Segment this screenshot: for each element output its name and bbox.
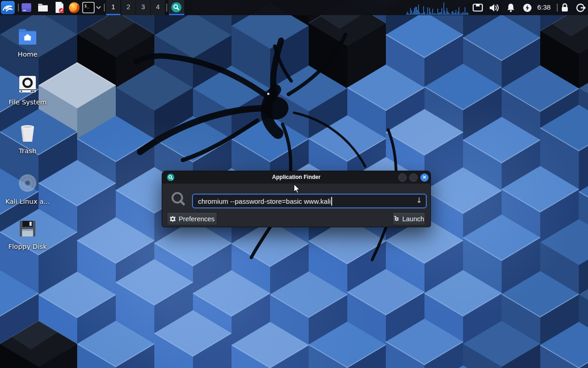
desktop-icon-label: File System [2,98,53,106]
preferences-label: Preferences [179,215,215,223]
desktop-icon-label: Home [2,51,53,58]
chevron-down-icon[interactable] [96,6,102,10]
terminal-icon[interactable]: $_ [82,2,95,13]
application-finder-window: Application Finder ✕ chromium --password… [162,171,431,227]
file-manager-icon[interactable] [37,2,49,13]
notifications-icon[interactable] [506,3,516,13]
panel-separator [166,4,167,12]
appfinder-active-underline [169,14,184,15]
workspace-1[interactable]: 1 [106,0,120,15]
maximize-button[interactable] [409,173,418,182]
desktop-icon-label: Floppy Disk [2,243,53,250]
home-folder-icon [17,28,38,46]
trash-icon [17,123,38,143]
firefox-icon[interactable] [68,2,80,13]
panel-separator [18,4,19,12]
workspace-active-underline [106,14,120,15]
gear-icon [170,216,176,222]
clock[interactable]: 6:38 [533,0,555,15]
window-title: Application Finder [162,174,430,180]
svg-text:$_: $_ [85,4,90,8]
desktop-icon-label: Trash [2,147,53,155]
search-icon [169,0,184,15]
floppy-disk-icon [18,219,37,238]
workspace-3[interactable]: 3 [136,0,150,15]
workspace-2[interactable]: 2 [121,0,136,15]
launch-button[interactable]: Launch [392,212,425,225]
applications-menu-button[interactable] [1,1,15,14]
launch-label: Launch [402,215,424,223]
desktop-icon-filesystem[interactable]: File System [2,75,53,106]
desktop-icon-trash[interactable]: Trash [2,123,53,155]
search-icon [170,191,186,207]
logout-icon[interactable] [576,3,586,13]
dropdown-arrow-icon[interactable]: ↓ [416,196,422,205]
desktop-icon-kali-cd[interactable]: Kali Linux a... [2,173,53,205]
lock-icon[interactable] [560,3,570,12]
desktop-icon-label: Kali Linux a... [2,198,53,205]
launch-icon [394,216,400,222]
cpu-graph[interactable] [406,2,469,15]
filesystem-drive-icon [18,75,37,94]
desktop-icon-floppy[interactable]: Floppy Disk [2,219,53,250]
network-icon[interactable] [472,3,483,12]
power-manager-icon[interactable] [523,3,532,12]
titlebar[interactable]: Application Finder ✕ [162,171,430,184]
mouse-cursor [292,183,302,194]
desktop-settings-icon[interactable] [21,2,32,13]
preferences-button[interactable]: Preferences [167,212,217,225]
appfinder-panel-button[interactable] [169,0,184,15]
cdrom-icon [17,173,38,193]
desktop-icon-home[interactable]: Home [2,28,53,58]
close-button[interactable]: ✕ [420,173,429,182]
panel-separator [104,4,105,12]
text-editor-icon[interactable] [54,1,65,13]
volume-icon[interactable] [488,3,500,13]
command-input[interactable]: chromium --password-store=basic www.kali… [192,194,427,208]
workspace-4[interactable]: 4 [151,0,165,15]
minimize-button[interactable] [398,173,407,182]
text-caret [331,197,332,206]
panel-separator [557,4,558,12]
kali-logo-icon [1,1,15,14]
top-panel: $_ 1 2 3 4 6:38 [0,0,588,15]
command-input-value: chromium --password-store=basic www.kali [198,197,331,205]
